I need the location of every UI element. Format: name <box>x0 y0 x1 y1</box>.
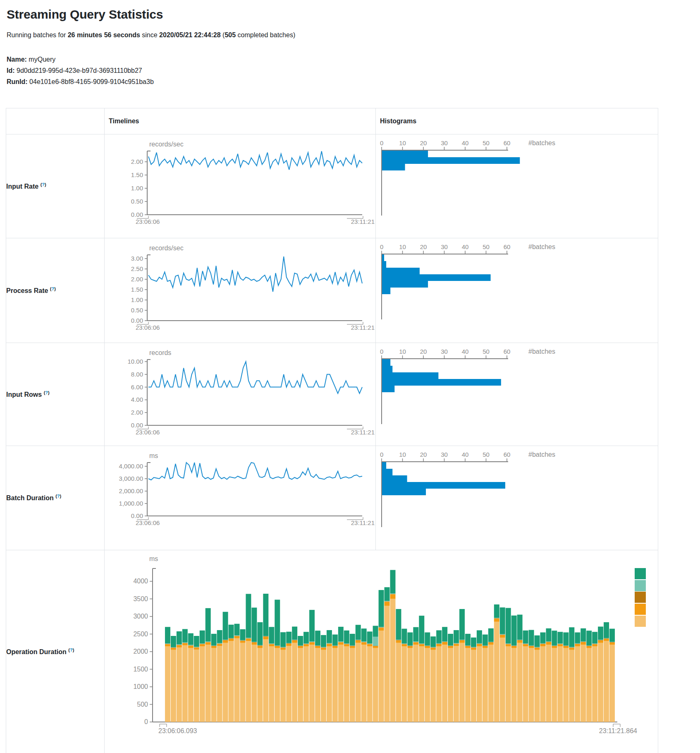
op-bar-segment-tan <box>165 646 170 722</box>
timeline-series-line <box>148 463 362 480</box>
op-bar-segment-orange <box>269 644 274 646</box>
query-id-value: 9d0dd219-995d-423e-b97d-36931110bb27 <box>15 67 142 74</box>
tick-label: 2.50 <box>131 265 143 272</box>
op-bar-segment-dark-orange <box>454 643 459 644</box>
legend-swatch-tan <box>635 616 646 627</box>
op-bar-segment-dark-orange <box>563 646 569 646</box>
op-bar-segment-light-teal <box>506 643 511 644</box>
batch-duration-timeline-cell: ms4,000.003,000.002,000.001,000.000.0023… <box>105 446 376 550</box>
op-bar-segment-light-teal <box>309 642 315 642</box>
op-bar-segment-dark-orange <box>165 644 170 644</box>
op-bar-segment-light-teal <box>350 645 355 646</box>
op-bar-segment-orange <box>454 644 459 646</box>
op-bar-segment-light-teal <box>581 641 586 642</box>
tick-label: 30 <box>441 243 448 250</box>
op-bar-segment-tan <box>373 648 378 722</box>
op-bar-segment-tan <box>546 645 551 722</box>
op-bar-segment-light-teal <box>177 644 182 645</box>
op-bar-segment-green <box>506 608 511 643</box>
op-bar-segment-orange <box>598 640 603 643</box>
tick-label: 0.00 <box>131 512 143 519</box>
tick-label: 40 <box>462 243 469 250</box>
op-bar-segment-dark-orange <box>194 647 199 647</box>
help-icon[interactable]: (?) <box>44 390 50 395</box>
tick-label: ms <box>149 452 158 459</box>
op-bar-segment-tan <box>211 648 217 722</box>
tick-label: 3.00 <box>131 255 143 262</box>
op-bar-segment-tan <box>557 646 563 722</box>
op-bar-segment-green <box>569 627 574 647</box>
op-bar-segment-green <box>280 632 286 647</box>
op-bar-segment-green <box>488 628 494 642</box>
op-bar-segment-orange <box>586 646 592 648</box>
op-bar-segment-dark-orange <box>598 640 603 640</box>
header-timelines: Timelines <box>105 108 376 134</box>
histogram-bar <box>382 261 386 268</box>
op-bar-segment-light-teal <box>321 647 326 647</box>
tick-label: 50 <box>483 243 490 250</box>
page: Streaming Query Statistics Running batch… <box>0 0 700 753</box>
op-bar-segment-tan <box>575 646 580 722</box>
op-bar-segment-dark-orange <box>488 642 494 643</box>
op-bar-segment-tan <box>419 646 424 722</box>
running-duration: 26 minutes 56 seconds <box>68 31 140 38</box>
table-row: Input Rate (?) records/sec2.001.501.000.… <box>6 134 658 238</box>
op-bar-segment-dark-orange <box>257 645 263 646</box>
legend-swatch-orange <box>635 604 646 615</box>
op-bar-segment-tan <box>263 639 268 722</box>
op-bar-segment-orange <box>379 628 384 631</box>
op-bar-segment-dark-orange <box>292 640 297 640</box>
op-bar-segment-light-teal <box>546 641 551 642</box>
op-bar-segment-orange <box>194 647 199 650</box>
op-bar-segment-orange <box>477 644 482 647</box>
op-bar-segment-light-teal <box>332 645 338 646</box>
op-bar-segment-green <box>327 630 332 643</box>
op-bar-segment-orange <box>373 646 378 648</box>
tick-label: 20 <box>420 139 427 146</box>
op-bar-segment-orange <box>257 646 263 648</box>
op-bar-segment-green <box>223 612 228 640</box>
op-bar-segment-light-teal <box>205 642 211 642</box>
tick-label: 2500 <box>133 631 148 638</box>
help-icon[interactable]: (?) <box>50 286 56 291</box>
op-bar-segment-light-teal <box>367 643 373 644</box>
timeline-series-line <box>148 362 362 393</box>
op-bar-segment-green <box>356 625 361 640</box>
op-bar-segment-orange <box>182 643 188 645</box>
op-bar-segment-light-teal <box>535 647 540 647</box>
op-bar-segment-dark-orange <box>436 644 442 644</box>
histogram-bar <box>382 359 390 366</box>
op-bar-segment-light-teal <box>401 643 407 644</box>
histogram-bar <box>382 366 392 372</box>
tick-label: 8.00 <box>131 371 143 378</box>
op-bar-segment-light-teal <box>592 643 597 644</box>
tick-label: 40 <box>462 348 469 355</box>
row-label-operation-duration: Operation Duration (?) <box>6 550 105 753</box>
op-bar-segment-green <box>350 634 355 645</box>
op-bar-segment-dark-orange <box>546 642 551 642</box>
help-icon[interactable]: (?) <box>68 647 74 652</box>
op-bar-segment-orange <box>303 644 309 646</box>
tick-label: 30 <box>441 451 448 458</box>
op-bar-segment-light-teal <box>563 645 569 646</box>
op-bar-segment-dark-orange <box>171 647 176 648</box>
histogram-bar <box>382 151 428 157</box>
op-bar-segment-green <box>401 629 407 644</box>
op-bar-segment-orange <box>315 646 320 648</box>
op-bar-segment-orange <box>188 646 194 648</box>
tick-label: 0 <box>380 139 383 146</box>
help-icon[interactable]: (?) <box>55 494 61 499</box>
tick-label: 20 <box>420 348 427 355</box>
help-icon[interactable]: (?) <box>41 182 46 187</box>
op-bar-segment-dark-orange <box>251 642 257 643</box>
tick-label: 0.50 <box>131 307 143 314</box>
op-bar-segment-green <box>396 609 401 640</box>
tick-label: 10 <box>399 348 406 355</box>
op-bar-segment-light-teal <box>430 647 436 647</box>
tick-label: 60 <box>504 451 511 458</box>
histogram-bar <box>382 164 405 170</box>
tick-label: 3500 <box>133 595 148 602</box>
op-bar-segment-orange <box>552 646 557 648</box>
op-bar-segment-dark-orange <box>407 646 413 646</box>
op-bar-segment-tan <box>344 646 349 722</box>
